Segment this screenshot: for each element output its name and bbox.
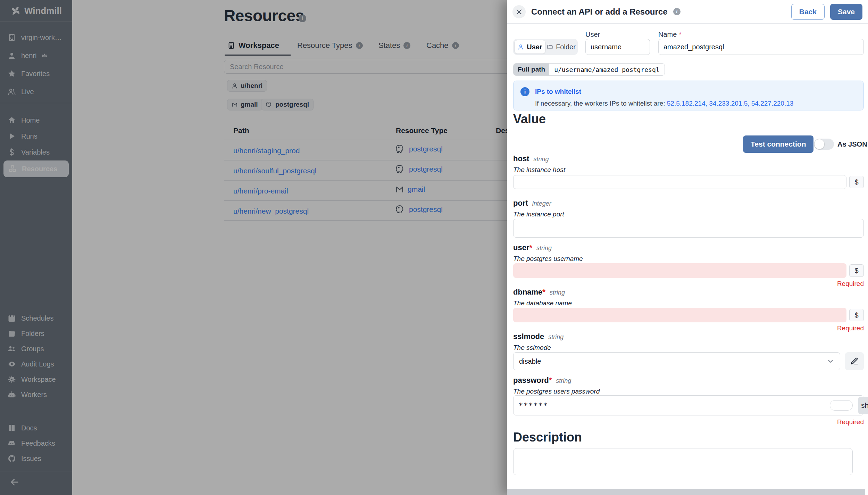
field-desc-user: The postgres username: [513, 255, 583, 263]
field-name-port: portinteger: [513, 199, 551, 208]
ips-whitelist-alert: i IPs to whitelist If necessary, the wor…: [513, 81, 864, 110]
segment-user[interactable]: User: [515, 40, 545, 54]
alert-title: IPs to whitelist: [535, 88, 581, 96]
field-name-dbname: dbname*string: [513, 288, 565, 297]
field-desc-dbname: The database name: [513, 299, 572, 307]
field-type: string: [556, 377, 571, 384]
save-button[interactable]: Save: [830, 4, 862, 20]
port-input[interactable]: [513, 219, 864, 238]
drawer-title: Connect an API or add a Resource: [531, 7, 668, 17]
sslmode-edit-button[interactable]: [845, 352, 864, 370]
drawer-title-info-icon[interactable]: i: [673, 8, 681, 15]
field-type: string: [548, 333, 564, 340]
name-field-label: Name *: [658, 31, 682, 39]
folder-icon: [547, 44, 553, 50]
required-asterisk: *: [549, 376, 552, 385]
field-desc-sslmode: The sslmode: [513, 344, 551, 352]
description-textarea[interactable]: [513, 448, 853, 475]
owner-kind-segmented-control: User Folder: [513, 39, 578, 55]
user-field-label: User: [585, 31, 600, 39]
dbname-input[interactable]: [513, 308, 846, 322]
resource-name-input[interactable]: [658, 39, 864, 55]
field-desc-host: The instance host: [513, 166, 565, 174]
required-asterisk: *: [679, 31, 682, 38]
sslmode-selected-value: disable: [519, 357, 541, 365]
required-asterisk: *: [529, 243, 532, 252]
field-type: string: [536, 245, 552, 251]
full-path-display: Full path u/username/amazed_postgresql: [513, 63, 665, 76]
close-icon: [516, 8, 523, 15]
field-type: string: [550, 289, 565, 296]
field-name-sslmode: sslmodestring: [513, 332, 564, 341]
field-name-user: user*string: [513, 243, 552, 252]
close-drawer-button[interactable]: [512, 5, 526, 18]
description-section-heading: Description: [513, 430, 582, 445]
required-asterisk: *: [542, 288, 545, 296]
sslmode-select[interactable]: disable: [513, 352, 840, 370]
whitelist-ips[interactable]: 52.5.182.214, 34.233.201.5, 54.227.220.1…: [667, 100, 794, 107]
field-desc-port: The instance port: [513, 211, 564, 218]
drawer-header: Connect an API or add a Resource i Back …: [507, 0, 868, 24]
user-input[interactable]: [513, 263, 846, 278]
chevron-down-icon: [827, 357, 834, 365]
required-hint: Required: [513, 280, 864, 288]
horizontal-scrollbar[interactable]: [507, 489, 865, 495]
back-button[interactable]: Back: [791, 4, 825, 20]
field-name-host: hoststring: [513, 154, 549, 163]
field-name-password: password*string: [513, 376, 571, 385]
password-input[interactable]: ******: [513, 395, 864, 415]
password-autofill-pill[interactable]: [830, 400, 853, 411]
person-icon: [518, 44, 524, 50]
full-path-value: u/username/amazed_postgresql: [549, 64, 664, 75]
host-variable-picker-button[interactable]: $: [849, 176, 864, 188]
as-json-label: As JSON: [837, 140, 867, 148]
modal-overlay[interactable]: [0, 0, 507, 495]
app-root: Resources i Workspace Resource Types i S…: [0, 0, 868, 495]
show-password-button[interactable]: sh: [858, 397, 868, 414]
required-hint: Required: [513, 418, 864, 426]
username-input[interactable]: [585, 39, 650, 55]
alert-body: If necessary, the workers IPs to whiteli…: [535, 100, 793, 107]
segment-folder[interactable]: Folder: [546, 40, 576, 53]
info-icon: i: [520, 87, 529, 96]
required-hint: Required: [513, 324, 864, 332]
field-type: integer: [532, 200, 551, 207]
field-type: string: [533, 156, 549, 163]
as-json-toggle[interactable]: [814, 139, 834, 150]
value-section-heading: Value: [513, 112, 546, 126]
toggle-knob: [815, 139, 824, 149]
dbname-variable-picker-button[interactable]: $: [849, 309, 864, 321]
pencil-icon: [850, 357, 859, 365]
resource-drawer: Connect an API or add a Resource i Back …: [507, 0, 868, 495]
password-masked-value: ******: [518, 401, 548, 410]
full-path-badge: Full path: [514, 64, 549, 75]
field-desc-password: The postgres users password: [513, 388, 600, 395]
user-variable-picker-button[interactable]: $: [849, 264, 864, 277]
host-input[interactable]: [513, 175, 846, 189]
test-connection-button[interactable]: Test connection: [743, 135, 813, 153]
